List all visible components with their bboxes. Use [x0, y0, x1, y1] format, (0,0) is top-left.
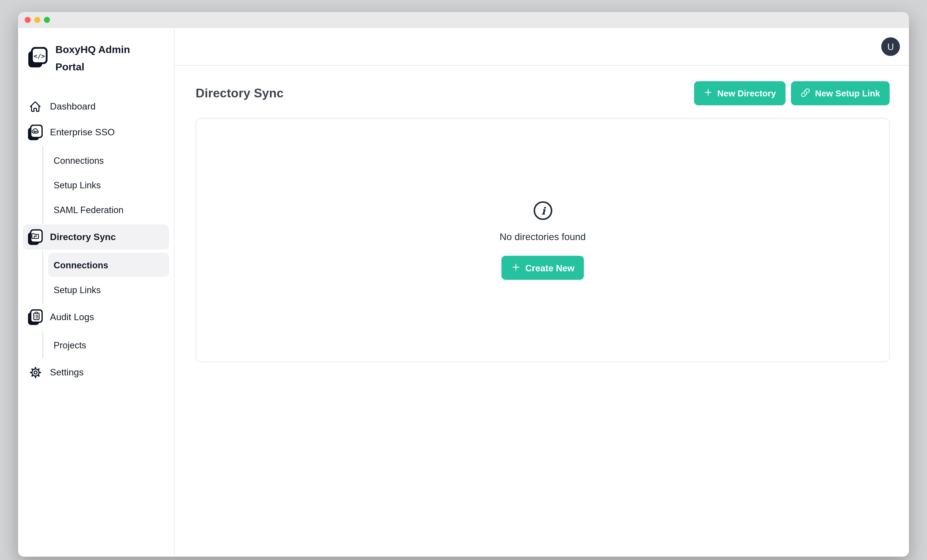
page: Directory Sync New Directory: [175, 66, 909, 557]
button-label: New Setup Link: [815, 88, 880, 98]
close-window-button[interactable]: [25, 17, 31, 23]
user-avatar[interactable]: U: [881, 37, 900, 56]
sidebar-item-dashboard[interactable]: Dashboard: [23, 94, 169, 119]
svg-text:i: i: [541, 205, 546, 217]
page-header: Directory Sync New Directory: [196, 81, 890, 105]
new-directory-button[interactable]: New Directory: [694, 81, 786, 105]
create-new-button[interactable]: Create New: [501, 256, 584, 280]
avatar-letter: U: [887, 42, 894, 52]
sidebar-item-label: SAML Federation: [53, 204, 123, 214]
sidebar-item-sso-connections[interactable]: Connections: [48, 148, 169, 172]
sidebar-item-label: Audit Logs: [50, 312, 94, 323]
sidebar-item-label: Connections: [53, 155, 104, 165]
home-icon: [28, 100, 43, 113]
code-keycap-icon: </>: [28, 47, 47, 70]
info-icon: i: [532, 200, 553, 223]
page-actions: New Directory New Setup Link: [694, 81, 890, 105]
button-label: Create New: [525, 263, 574, 273]
sidebar-item-settings[interactable]: Settings: [23, 360, 169, 385]
sidebar-item-directory-sync[interactable]: Directory Sync: [23, 225, 169, 250]
plus-icon: [511, 262, 521, 273]
minimize-window-button[interactable]: [34, 17, 40, 23]
sidebar-item-label: Enterprise SSO: [50, 127, 115, 138]
app-title: BoxyHQ Admin Portal: [55, 41, 146, 76]
sidebar-item-projects[interactable]: Projects: [48, 333, 169, 357]
sidebar-nav: Dashboard Enterprise SSO: [23, 94, 169, 385]
gear-icon: [28, 366, 43, 379]
zoom-window-button[interactable]: [44, 17, 50, 23]
sso-cloud-key-keycap-icon: [28, 124, 43, 141]
sidebar-item-audit-logs[interactable]: Audit Logs: [23, 305, 169, 330]
window-titlebar: [18, 12, 909, 28]
sidebar-item-directory-setup-links[interactable]: Setup Links: [48, 278, 169, 302]
clipboard-keycap-icon: [28, 309, 43, 325]
sidebar-item-label: Projects: [53, 340, 86, 350]
sidebar-item-label: Directory Sync: [50, 232, 116, 243]
empty-state-message: No directories found: [500, 232, 586, 243]
sidebar-item-enterprise-sso[interactable]: Enterprise SSO: [23, 120, 169, 145]
link-icon: [801, 88, 810, 99]
enterprise-sso-submenu: Connections Setup Links SAML Federation: [42, 146, 169, 223]
sidebar-item-directory-connections[interactable]: Connections: [48, 253, 169, 277]
app-body: </> BoxyHQ Admin Portal Dashboard: [18, 28, 909, 557]
sidebar-item-label: Dashboard: [50, 101, 96, 112]
brand[interactable]: </> BoxyHQ Admin Portal: [23, 36, 169, 82]
app-window: </> BoxyHQ Admin Portal Dashboard: [18, 12, 909, 557]
sidebar-item-saml-federation[interactable]: SAML Federation: [48, 197, 169, 222]
sidebar: </> BoxyHQ Admin Portal Dashboard: [18, 28, 175, 557]
sidebar-item-label: Setup Links: [53, 180, 100, 190]
desktop: </> BoxyHQ Admin Portal Dashboard: [0, 0, 927, 560]
topbar: U: [175, 28, 909, 66]
page-title: Directory Sync: [196, 86, 284, 100]
directories-empty-card: i No directories found Create New: [196, 118, 890, 362]
audit-logs-submenu: Projects: [42, 331, 169, 359]
content-area: U Directory Sync New Directory: [175, 28, 909, 557]
sidebar-item-sso-setup-links[interactable]: Setup Links: [48, 173, 169, 197]
folder-sync-keycap-icon: [28, 229, 43, 245]
plus-icon: [704, 88, 712, 99]
sidebar-item-label: Settings: [50, 367, 84, 378]
directory-sync-submenu: Connections Setup Links: [42, 251, 169, 303]
svg-text:</>: </>: [34, 52, 45, 59]
new-setup-link-button[interactable]: New Setup Link: [791, 81, 890, 105]
sidebar-item-label: Connections: [53, 260, 108, 270]
sidebar-item-label: Setup Links: [53, 284, 100, 294]
button-label: New Directory: [717, 88, 776, 98]
